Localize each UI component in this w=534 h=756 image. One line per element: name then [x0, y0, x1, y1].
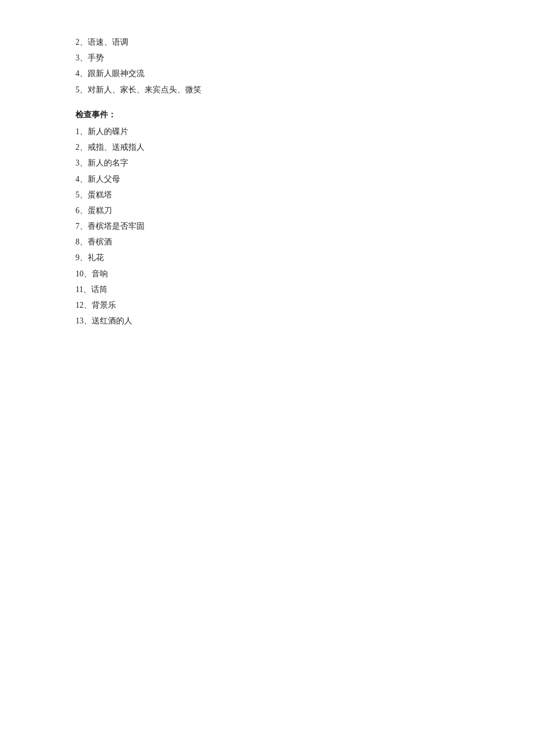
list-item: 13、送红酒的人 — [75, 314, 459, 328]
list-item: 6、蛋糕刀 — [75, 203, 459, 218]
check-list: 1、新人的碟片2、戒指、送戒指人3、新人的名字4、新人父母5、蛋糕塔6、蛋糕刀7… — [75, 124, 459, 328]
list-item: 11、话筒 — [75, 282, 459, 297]
intro-list: 2、语速、语调3、手势4、跟新人眼神交流5、对新人、家长、来宾点头、微笑 — [75, 35, 459, 97]
list-item: 5、蛋糕塔 — [75, 188, 459, 202]
section-header: 检查事件： — [75, 107, 459, 122]
list-item: 8、香槟酒 — [75, 235, 459, 249]
list-item: 2、戒指、送戒指人 — [75, 140, 459, 154]
list-item: 4、新人父母 — [75, 172, 459, 186]
list-item: 3、新人的名字 — [75, 156, 459, 170]
list-item: 9、礼花 — [75, 250, 459, 265]
list-item: 3、手势 — [75, 51, 459, 65]
section-title: 检查事件： — [75, 107, 459, 122]
list-item: 7、香槟塔是否牢固 — [75, 219, 459, 233]
list-item: 12、背景乐 — [75, 298, 459, 312]
list-item: 10、音响 — [75, 267, 459, 281]
list-item: 1、新人的碟片 — [75, 124, 459, 139]
list-item: 2、语速、语调 — [75, 35, 459, 49]
list-item: 4、跟新人眼神交流 — [75, 66, 459, 81]
list-item: 5、对新人、家长、来宾点头、微笑 — [75, 82, 459, 97]
page-content: 2、语速、语调3、手势4、跟新人眼神交流5、对新人、家长、来宾点头、微笑 检查事… — [0, 0, 534, 364]
